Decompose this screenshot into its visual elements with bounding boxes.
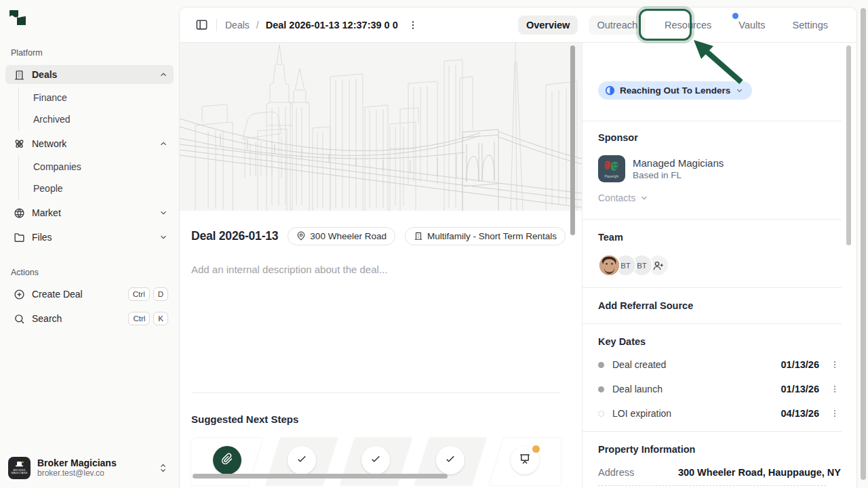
paperclip-icon: [221, 453, 233, 468]
step-attachments-button[interactable]: [213, 446, 241, 474]
check-icon: [444, 453, 456, 468]
step-task-button[interactable]: [361, 446, 390, 474]
actions-section-label: Actions: [11, 268, 39, 277]
user-plus-icon: [653, 260, 664, 271]
sidebar-item-companies[interactable]: Companies: [19, 156, 174, 178]
deal-options-kebab-button[interactable]: [405, 17, 421, 33]
create-deal-button[interactable]: Create Deal Ctrl D: [5, 283, 174, 305]
filled-dot-icon: [598, 386, 604, 392]
key-date-row: Deal launch 01/13/26: [598, 381, 841, 397]
folder-icon: [14, 232, 25, 243]
sidebar-item-label: Deals: [32, 69, 159, 80]
key-dates-heading: Key Dates: [598, 336, 646, 347]
add-referral-source-button[interactable]: Add Referral Source: [598, 300, 693, 311]
step-task-button[interactable]: [436, 446, 465, 474]
chevron-up-icon: [159, 139, 168, 148]
deal-overview-main: Deal 2026-01-13 300 Wheeler Road Multifa…: [180, 43, 582, 488]
globe-icon: [14, 207, 25, 219]
sidebar-nav: Deals Finance Archived Network C: [5, 65, 174, 249]
sidebar-item-files[interactable]: Files: [5, 228, 174, 247]
sidebar-item-label: Market: [32, 207, 159, 218]
check-icon: [370, 453, 382, 468]
filled-dot-icon: [598, 362, 604, 368]
sidebar-toggle-button[interactable]: [192, 16, 211, 35]
chevron-down-icon: [735, 86, 744, 95]
kbd-d: D: [153, 287, 168, 301]
dashed-divider: [598, 485, 826, 486]
next-steps-title: Suggested Next Steps: [191, 413, 298, 425]
sponsor-avatar: Playwright: [598, 155, 625, 182]
kbd-ctrl: Ctrl: [128, 312, 150, 325]
panel-divider: [583, 219, 842, 220]
platform-section-label: Platform: [11, 48, 43, 58]
app-window: Platform Deals Finance Archived: [0, 0, 868, 488]
topbar: Deals / Deal 2026-01-13 12:37:39 0 0 Ove…: [180, 7, 856, 43]
panel-divider: [583, 121, 842, 121]
team-avatars: BT BT: [598, 254, 663, 277]
progress-circle-icon: [605, 85, 615, 96]
sidebar-item-deals[interactable]: Deals: [5, 65, 174, 84]
property-row: Address 300 Wheeler Road, Hauppauge, NY: [598, 465, 841, 480]
sidebar-item-people[interactable]: People: [19, 178, 174, 199]
deal-title: Deal 2026-01-13: [191, 229, 278, 243]
asset-type-chip[interactable]: Multifamily - Short Term Rentals: [405, 227, 566, 245]
breadcrumb-separator: /: [256, 20, 259, 30]
building-icon: [14, 69, 25, 81]
sidebar: Platform Deals Finance Archived: [0, 0, 179, 488]
sidebar-item-market[interactable]: Market: [5, 203, 174, 222]
main-vertical-scrollbar[interactable]: [570, 45, 575, 235]
kbd-ctrl: Ctrl: [128, 287, 150, 301]
kbd-k: K: [153, 312, 168, 325]
sidebar-item-archived[interactable]: Archived: [19, 108, 174, 130]
tab-overview[interactable]: Overview: [518, 16, 578, 35]
breadcrumb-deals-link[interactable]: Deals: [225, 20, 250, 30]
city-skyline-illustration: [180, 43, 582, 211]
step-task-button[interactable]: [288, 446, 316, 474]
window-vertical-scrollbar[interactable]: [861, 8, 866, 480]
key-date-kebab-button[interactable]: [829, 383, 841, 395]
chevron-down-icon: [639, 193, 649, 203]
address-chip[interactable]: 300 Wheeler Road: [288, 227, 395, 245]
team-member-avatar[interactable]: [598, 254, 620, 277]
step-presentation-button[interactable]: [511, 446, 539, 474]
presentation-icon: [519, 453, 531, 468]
chevron-down-icon: [159, 208, 168, 218]
network-children: Companies People: [18, 156, 174, 199]
user-avatar: BROKER MAGICIANS: [8, 457, 31, 479]
tab-settings[interactable]: Settings: [785, 16, 836, 35]
user-email: broker.test@lev.co: [37, 468, 158, 478]
sidebar-item-finance[interactable]: Finance: [19, 87, 174, 108]
chevron-down-icon: [159, 232, 168, 242]
deals-children: Finance Archived: [18, 87, 174, 130]
sponsor-row[interactable]: Playwright Managed Magicians Based in FL: [598, 155, 724, 182]
panel-vertical-scrollbar[interactable]: [846, 45, 851, 245]
deal-tabs: Overview Outreach Resources Vaults Setti…: [518, 14, 836, 36]
chevron-up-icon: [159, 70, 168, 79]
lev-logo-icon[interactable]: [8, 8, 27, 27]
key-date-kebab-button[interactable]: [829, 407, 841, 420]
sponsor-name: Managed Magicians: [633, 157, 724, 169]
plus-circle-icon: [14, 289, 25, 300]
sidebar-item-network[interactable]: Network: [5, 134, 174, 153]
search-icon: [14, 313, 25, 325]
deal-title-row: Deal 2026-01-13 300 Wheeler Road Multifa…: [191, 226, 570, 245]
key-date-kebab-button[interactable]: [829, 359, 841, 371]
description-input[interactable]: Add an internal description about the de…: [191, 264, 387, 275]
atom-icon: [14, 138, 25, 150]
deal-status-dropdown[interactable]: Reaching Out To Lenders: [598, 81, 752, 100]
key-date-row: Deal created 01/13/26: [598, 357, 841, 373]
sponsor-heading: Sponsor: [598, 132, 638, 143]
search-button[interactable]: Search Ctrl K: [5, 308, 174, 329]
deal-page-card: Deals / Deal 2026-01-13 12:37:39 0 0 Ove…: [179, 7, 857, 488]
tab-resources[interactable]: Resources: [656, 16, 719, 35]
user-name: Broker Magicians: [37, 458, 158, 468]
contacts-dropdown[interactable]: Contacts: [598, 192, 649, 203]
sidebar-item-label: Files: [32, 232, 159, 243]
main-horizontal-scrollbar[interactable]: [193, 474, 448, 479]
building-icon: [414, 231, 423, 241]
user-menu[interactable]: BROKER MAGICIANS Broker Magicians broker…: [5, 453, 174, 483]
key-date-row: LOI expiration 04/13/26: [598, 405, 841, 422]
breadcrumb-current-deal: Deal 2026-01-13 12:37:39 0 0: [266, 20, 398, 30]
map-pin-icon: [296, 231, 306, 241]
tab-outreach[interactable]: Outreach: [589, 16, 646, 35]
